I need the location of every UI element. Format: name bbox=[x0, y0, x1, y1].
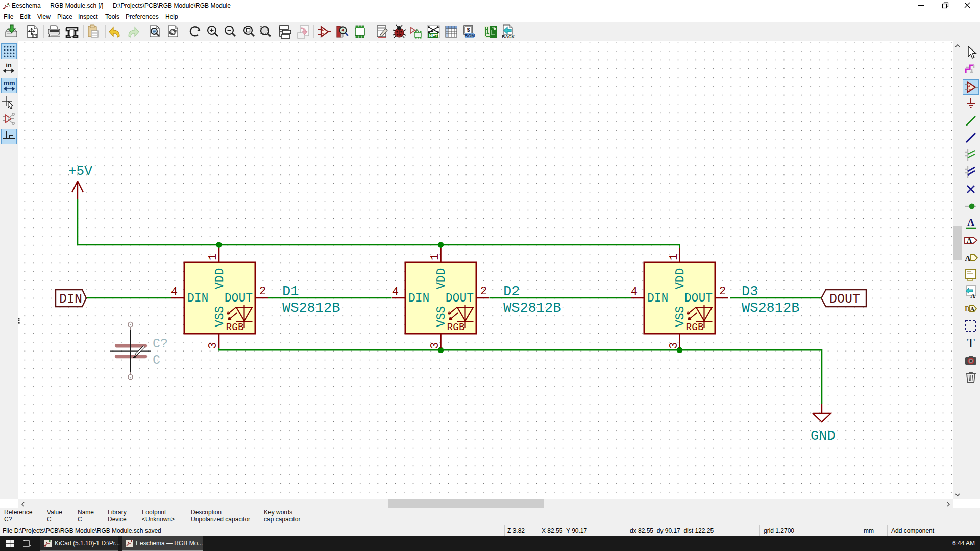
svg-text:VDD: VDD bbox=[213, 268, 227, 289]
svg-text:D1: D1 bbox=[282, 284, 299, 299]
svg-text:mm: mm bbox=[3, 79, 15, 87]
svg-text:D3: D3 bbox=[742, 284, 758, 299]
svg-text:VSS: VSS bbox=[213, 306, 227, 327]
svg-text:DIN: DIN bbox=[187, 292, 208, 305]
svg-text:in: in bbox=[6, 61, 12, 69]
svg-text:BOM: BOM bbox=[465, 33, 475, 38]
svg-text:2: 2 bbox=[719, 285, 726, 298]
svg-text:2: 2 bbox=[259, 285, 266, 298]
svg-text:VSS: VSS bbox=[674, 306, 687, 327]
svg-text:A: A bbox=[970, 305, 975, 313]
svg-text:A: A bbox=[967, 217, 974, 228]
svg-text:A: A bbox=[967, 237, 972, 244]
svg-text:WS2812B: WS2812B bbox=[282, 300, 340, 316]
svg-text:$: $ bbox=[467, 27, 470, 33]
svg-text:DIN: DIN bbox=[408, 292, 429, 305]
svg-text:3: 3 bbox=[429, 342, 442, 349]
svg-text:4: 4 bbox=[392, 286, 399, 298]
svg-text:VSS: VSS bbox=[435, 306, 448, 327]
svg-text:C: C bbox=[153, 353, 160, 368]
svg-text:DIN: DIN bbox=[59, 292, 82, 307]
svg-text:GND: GND bbox=[811, 429, 836, 444]
svg-text:2: 2 bbox=[480, 285, 487, 298]
svg-text:4: 4 bbox=[171, 286, 178, 298]
svg-text:3: 3 bbox=[207, 342, 219, 349]
svg-text:RGB: RGB bbox=[447, 322, 465, 333]
svg-text:D2: D2 bbox=[503, 284, 520, 299]
svg-text:RGB: RGB bbox=[226, 322, 244, 333]
svg-text:A: A bbox=[970, 292, 975, 299]
svg-text:1: 1 bbox=[207, 254, 219, 260]
svg-text:WS2812B: WS2812B bbox=[742, 300, 799, 316]
svg-text:1: 1 bbox=[429, 254, 442, 260]
svg-text:VDD: VDD bbox=[674, 268, 687, 289]
svg-text:DOUT: DOUT bbox=[446, 292, 474, 305]
svg-text:T: T bbox=[967, 336, 975, 350]
svg-text:A: A bbox=[965, 254, 971, 262]
svg-text:DOUT: DOUT bbox=[225, 292, 253, 305]
svg-text:NET: NET bbox=[429, 33, 438, 38]
svg-text:D: D bbox=[965, 305, 970, 313]
svg-text:+5V: +5V bbox=[68, 164, 92, 179]
svg-text:BACK: BACK bbox=[502, 34, 515, 39]
svg-text:4: 4 bbox=[631, 286, 638, 298]
svg-text:WS2812B: WS2812B bbox=[503, 300, 561, 316]
svg-text:RGB: RGB bbox=[686, 322, 704, 333]
svg-text:1: 1 bbox=[668, 254, 680, 260]
svg-text:DIN: DIN bbox=[647, 292, 668, 305]
svg-text:DOUT: DOUT bbox=[829, 292, 860, 307]
svg-text:C?: C? bbox=[153, 337, 168, 352]
svg-text:VDD: VDD bbox=[435, 268, 448, 289]
svg-text:DOUT: DOUT bbox=[684, 292, 713, 305]
svg-text:3: 3 bbox=[668, 342, 680, 349]
